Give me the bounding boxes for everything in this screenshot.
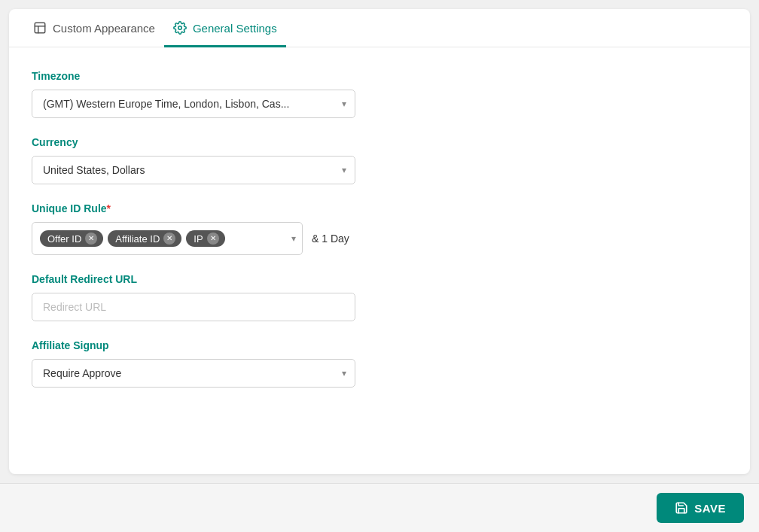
tag-offer-id-close[interactable]: ✕ — [85, 233, 97, 245]
gear-icon — [173, 21, 187, 35]
redirect-url-input[interactable] — [32, 293, 355, 321]
tag-affiliate-id-label: Affiliate ID — [115, 233, 160, 245]
footer-bar: SAVE — [0, 483, 759, 532]
tab-custom-appearance[interactable]: Custom Appearance — [24, 9, 164, 47]
redirect-url-section: Default Redirect URL — [32, 273, 727, 321]
timezone-select[interactable]: (GMT) Western Europe Time, London, Lisbo… — [32, 90, 355, 118]
tabs-header: Custom Appearance General Settings — [9, 9, 750, 47]
affiliate-signup-section: Affiliate Signup Require Approve ▾ — [32, 339, 727, 388]
unique-id-tags-dropdown[interactable]: Offer ID ✕ Affiliate ID ✕ IP ✕ ▾ — [32, 222, 303, 255]
tab-custom-appearance-label: Custom Appearance — [53, 22, 155, 35]
save-button[interactable]: SAVE — [657, 493, 744, 523]
unique-id-row: Offer ID ✕ Affiliate ID ✕ IP ✕ ▾ & 1 Day — [32, 222, 727, 255]
save-icon — [675, 501, 688, 515]
affiliate-signup-select-wrapper: Require Approve ▾ — [32, 359, 355, 388]
tab-content: Timezone (GMT) Western Europe Time, Lond… — [9, 47, 750, 428]
currency-select-wrapper: United States, Dollars ▾ — [32, 156, 355, 184]
redirect-url-label: Default Redirect URL — [32, 273, 727, 285]
layout-icon — [33, 21, 47, 35]
currency-label: Currency — [32, 136, 727, 148]
tab-general-settings[interactable]: General Settings — [164, 9, 286, 47]
tag-affiliate-id: Affiliate ID ✕ — [108, 230, 181, 247]
svg-point-3 — [178, 26, 182, 30]
tag-ip-close[interactable]: ✕ — [207, 233, 219, 245]
timezone-select-wrapper: (GMT) Western Europe Time, London, Lisbo… — [32, 90, 355, 118]
tags-chevron-icon: ▾ — [291, 233, 296, 244]
tag-affiliate-id-close[interactable]: ✕ — [163, 233, 175, 245]
tag-offer-id: Offer ID ✕ — [40, 230, 103, 247]
tag-offer-id-label: Offer ID — [47, 233, 81, 245]
settings-card: Custom Appearance General Settings Timez… — [9, 9, 750, 474]
timezone-section: Timezone (GMT) Western Europe Time, Lond… — [32, 70, 727, 118]
unique-id-rule-section: Unique ID Rule* Offer ID ✕ Affiliate ID … — [32, 202, 727, 255]
and-day-label: & 1 Day — [312, 233, 349, 245]
affiliate-signup-select[interactable]: Require Approve — [32, 359, 355, 388]
unique-id-rule-label: Unique ID Rule* — [32, 202, 727, 214]
affiliate-signup-label: Affiliate Signup — [32, 339, 727, 351]
save-button-label: SAVE — [694, 502, 726, 515]
svg-rect-0 — [35, 23, 45, 33]
tag-ip-label: IP — [194, 233, 203, 245]
tag-ip: IP ✕ — [186, 230, 224, 247]
tab-general-settings-label: General Settings — [193, 22, 277, 35]
timezone-label: Timezone — [32, 70, 727, 82]
currency-select[interactable]: United States, Dollars — [32, 156, 355, 184]
currency-section: Currency United States, Dollars ▾ — [32, 136, 727, 184]
